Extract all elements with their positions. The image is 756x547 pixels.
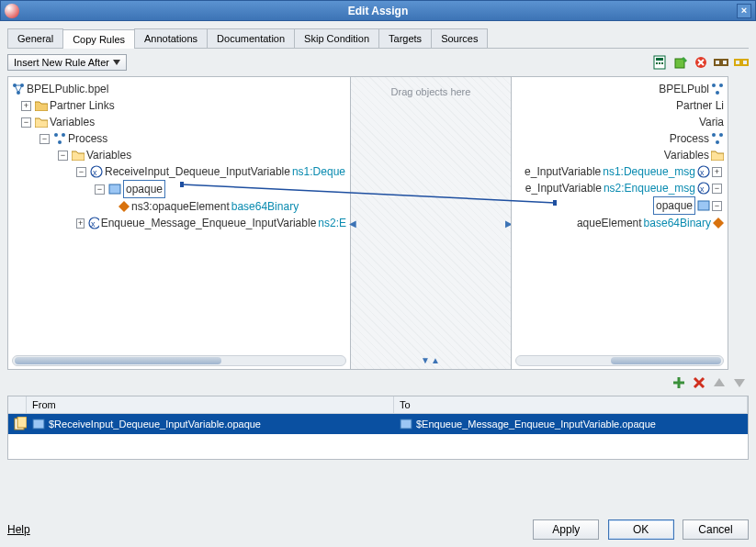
bpel-icon <box>711 83 724 95</box>
tree-toggle[interactable]: − <box>95 184 105 195</box>
element-icon <box>697 200 710 211</box>
insert-rule-dropdown[interactable]: Insert New Rule After <box>7 54 127 71</box>
tree-process-r[interactable]: Process <box>670 130 709 147</box>
svg-point-30 <box>719 133 723 137</box>
window-title: Edit Assign <box>348 5 409 17</box>
tree-root-r[interactable]: BPELPubl <box>659 81 709 97</box>
dialog-footer: Help Apply OK Cancel <box>7 519 749 540</box>
source-tree-pane: BPELPublic.bpel + Partner Links − Variab… <box>7 76 351 370</box>
tree-toggle[interactable]: + <box>21 101 31 111</box>
variable-icon: x <box>88 217 98 229</box>
tree-variables2[interactable]: Variables <box>86 147 131 163</box>
tree-variables[interactable]: Variables <box>50 114 95 130</box>
process-icon <box>53 132 66 145</box>
pane-collapse-left-icon[interactable]: ◀ <box>349 218 356 229</box>
tree-out-var-r[interactable]: e_InputVariable <box>525 180 602 196</box>
tree-partner-links-r[interactable]: Partner Li <box>676 97 724 114</box>
element-icon <box>108 184 121 195</box>
tab-annotations[interactable]: Annotations <box>134 28 208 48</box>
cancel-button[interactable]: Cancel <box>683 519 749 540</box>
add-rule-icon[interactable] <box>671 375 686 390</box>
tree-root[interactable]: BPELPublic.bpel <box>27 81 108 97</box>
rule-from-value: $ReceiveInput_Dequeue_InputVariable.opaq… <box>49 419 261 430</box>
tree-enqueue-type: ns2:E <box>318 215 346 231</box>
drop-zone[interactable]: ◀ Drag objects here ▶ ▼▲ <box>351 76 511 370</box>
tab-documentation[interactable]: Documentation <box>207 28 295 48</box>
svg-rect-44 <box>17 417 27 428</box>
tab-copy-rules[interactable]: Copy Rules <box>62 29 135 49</box>
pane-collapse-down-icon[interactable]: ▼▲ <box>421 355 441 365</box>
svg-point-28 <box>716 91 719 95</box>
variable-icon: x <box>697 182 710 195</box>
svg-rect-45 <box>33 419 44 429</box>
toolbar-add-icon[interactable] <box>673 55 688 70</box>
folder-open-icon <box>72 150 85 161</box>
target-hscrollbar[interactable] <box>515 355 724 366</box>
tree-toggle[interactable]: − <box>21 117 31 128</box>
tab-skip-condition[interactable]: Skip Condition <box>294 28 379 48</box>
rule-to-value: $Enqueue_Message_Enqueue_InputVariable.o… <box>416 419 656 430</box>
tab-sources[interactable]: Sources <box>431 28 488 48</box>
bpel-icon <box>12 83 25 95</box>
svg-marker-37 <box>713 218 724 229</box>
tree-opaque-selected-r[interactable]: opaque <box>653 196 695 215</box>
tree-process[interactable]: Process <box>68 130 107 147</box>
col-from-header[interactable]: From <box>27 396 394 413</box>
tree-in-type-r: ns1:Dequeue_msg <box>603 163 695 180</box>
tree-opaque-selected[interactable]: opaque <box>123 180 165 198</box>
folder-open-icon <box>35 117 48 128</box>
tree-opaque-elem-type: base64Binary <box>231 198 299 215</box>
tree-toggle[interactable]: − <box>712 184 722 194</box>
tab-targets[interactable]: Targets <box>378 28 432 48</box>
tree-toggle[interactable]: + <box>712 167 722 177</box>
apply-button[interactable]: Apply <box>533 519 599 540</box>
svg-rect-22 <box>109 184 120 194</box>
tree-variables-r[interactable]: Varia <box>699 114 724 130</box>
svg-text:x: x <box>700 184 705 194</box>
tree-out-type-r: ns2:Enqueue_msg <box>604 180 695 196</box>
help-link[interactable]: Help <box>7 523 30 536</box>
move-up-icon[interactable] <box>712 375 727 390</box>
tree-receive-var[interactable]: ReceiveInput_Dequeue_InputVariable <box>105 163 290 180</box>
toolbar-link-icon[interactable] <box>714 55 728 70</box>
tree-in-var-r[interactable]: e_InputVariable <box>525 163 601 180</box>
tree-opaque-elem[interactable]: ns3:opaqueElement <box>131 198 230 215</box>
rules-table: From To $ReceiveInput_Dequeue_InputVaria… <box>7 396 749 460</box>
toolbar-calc-icon[interactable] <box>653 55 668 70</box>
source-hscrollbar[interactable] <box>12 355 346 366</box>
mapping-panes: BPELPublic.bpel + Partner Links − Variab… <box>7 76 749 370</box>
tree-toggle[interactable]: − <box>76 167 86 177</box>
svg-text:x: x <box>700 168 705 177</box>
col-to-header[interactable]: To <box>394 396 748 413</box>
window-close-button[interactable]: × <box>737 4 751 18</box>
move-down-icon[interactable] <box>732 375 747 390</box>
tree-toggle[interactable]: − <box>39 134 50 144</box>
svg-rect-3 <box>656 62 658 64</box>
folder-open-icon <box>711 150 724 161</box>
variable-icon: x <box>90 165 103 178</box>
tree-enqueue-var[interactable]: Enqueue_Message_Enqueue_InputVariable <box>101 215 317 231</box>
target-tree-pane: BPELPubl Partner Li Varia Process Variab… <box>511 76 728 370</box>
toolbar-delete-icon[interactable] <box>694 55 708 70</box>
rule-actions <box>7 370 749 396</box>
tree-toggle[interactable]: − <box>58 151 68 161</box>
svg-point-18 <box>62 133 65 137</box>
variable-icon: x <box>697 165 710 178</box>
rule-toolbar: Insert New Rule After <box>7 54 749 71</box>
toolbar-link-gold-icon[interactable] <box>734 55 749 70</box>
svg-point-26 <box>712 84 716 87</box>
tree-opaque-elem-r[interactable]: aqueElement <box>577 215 642 231</box>
tree-toggle[interactable]: − <box>712 201 722 211</box>
tree-toggle[interactable]: + <box>76 218 85 229</box>
folder-icon <box>35 100 48 111</box>
tab-general[interactable]: General <box>7 28 63 48</box>
element-icon <box>400 419 412 430</box>
svg-point-27 <box>719 84 723 87</box>
opaque-element-icon <box>118 201 130 212</box>
tree-variables2-r[interactable]: Variables <box>664 147 709 163</box>
tree-partner-links[interactable]: Partner Links <box>50 97 115 114</box>
svg-text:x: x <box>93 168 97 177</box>
rule-row[interactable]: $ReceiveInput_Dequeue_InputVariable.opaq… <box>8 414 748 434</box>
delete-rule-icon[interactable] <box>692 375 706 390</box>
ok-button[interactable]: OK <box>608 519 674 540</box>
